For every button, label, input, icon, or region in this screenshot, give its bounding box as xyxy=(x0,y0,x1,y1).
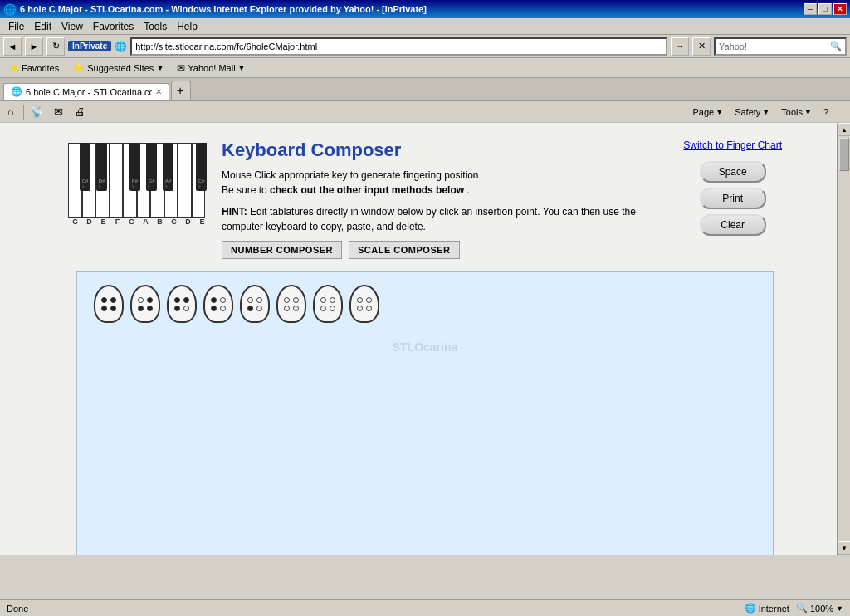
key-d2[interactable] xyxy=(178,143,192,218)
go-button[interactable]: → xyxy=(671,37,689,56)
home-button[interactable]: ⌂ xyxy=(0,101,22,123)
menu-file[interactable]: File xyxy=(3,19,29,34)
suggested-sites[interactable]: ⭐ Suggested Sites ▼ xyxy=(69,61,167,76)
close-button[interactable]: ✕ xyxy=(833,3,847,15)
scroll-up-button[interactable]: ▲ xyxy=(838,123,850,136)
help-button[interactable]: ? xyxy=(818,105,833,119)
stop-button[interactable]: ✕ xyxy=(692,37,711,56)
key-csharp[interactable]: C#♭ xyxy=(80,143,90,191)
clear-button[interactable]: Clear xyxy=(700,214,766,236)
scroll-thumb[interactable] xyxy=(839,138,849,171)
composer-section: C#♭ D#♭ F#♭ G#♭ A#♭ xyxy=(68,139,782,259)
hole-br-3 xyxy=(183,306,189,311)
hole-bl-8 xyxy=(357,306,363,311)
fingering-glyph-5[interactable] xyxy=(240,285,270,323)
hole-row-bot-6 xyxy=(284,306,299,311)
tools-menu[interactable]: Tools ▼ xyxy=(776,105,817,119)
hole-br-1 xyxy=(110,306,116,311)
scroll-down-button[interactable]: ▼ xyxy=(838,541,850,555)
menu-view[interactable]: View xyxy=(56,19,88,34)
window-icon: 🌐 xyxy=(3,3,17,16)
address-bar[interactable] xyxy=(130,37,667,56)
zone-label: Internet xyxy=(759,604,789,614)
new-tab-button[interactable]: + xyxy=(171,81,191,100)
switch-to-finger-chart[interactable]: Switch to Finger Chart xyxy=(683,139,782,151)
hole-row-top-2 xyxy=(138,297,153,303)
label-g: G xyxy=(125,218,139,226)
search-box[interactable]: Yahoo! 🔍 xyxy=(714,37,847,56)
key-c2sharp[interactable]: C#♭ xyxy=(196,143,207,191)
hole-tr-6 xyxy=(293,297,299,303)
vertical-scrollbar[interactable]: ▲ ▼ xyxy=(837,123,850,555)
hole-row-top-5 xyxy=(247,297,262,303)
suggested-sites-icon: ⭐ xyxy=(72,62,85,74)
refresh-button[interactable]: ↻ xyxy=(46,37,65,56)
minimize-button[interactable]: ─ xyxy=(804,3,817,15)
menu-edit[interactable]: Edit xyxy=(29,19,56,34)
email-button[interactable]: ✉ xyxy=(47,101,69,123)
hole-tl-7 xyxy=(320,297,326,303)
fingering-glyph-4[interactable] xyxy=(203,285,233,323)
hole-tl-8 xyxy=(357,297,363,303)
ocarina-body-6 xyxy=(276,285,306,323)
fingering-glyph-6[interactable] xyxy=(276,285,306,323)
composer-info: Keyboard Composer Mouse Click appropriat… xyxy=(222,139,667,259)
key-f[interactable] xyxy=(110,143,124,218)
active-tab[interactable]: 🌐 6 hole C Major - STLOcarina.com ✕ xyxy=(3,83,169,100)
fingering-glyph-8[interactable] xyxy=(349,285,379,323)
forward-button[interactable]: ► xyxy=(25,37,43,56)
tab-icon: 🌐 xyxy=(11,86,22,97)
key-asharp[interactable]: A#♭ xyxy=(163,143,173,191)
hole-tr-2 xyxy=(147,297,153,303)
feeds-button[interactable]: 📡 xyxy=(26,101,47,123)
page-menu[interactable]: Page ▼ xyxy=(688,105,729,119)
scale-composer-button[interactable]: SCALE COMPOSER xyxy=(349,241,460,259)
menu-tools[interactable]: Tools xyxy=(139,19,172,34)
internet-icon: 🌐 xyxy=(745,603,756,614)
favorites-button[interactable]: ★ Favorites xyxy=(7,61,62,76)
status-text: Done xyxy=(7,604,745,614)
toolbar-right: Page ▼ Safety ▼ Tools ▼ ? xyxy=(688,105,850,119)
number-composer-button[interactable]: NUMBER COMPOSER xyxy=(222,241,342,259)
hint-text: HINT: Edit tablatures directly in window… xyxy=(222,204,667,234)
print-button[interactable]: Print xyxy=(700,188,766,209)
tablature-area[interactable]: STLOcarina xyxy=(76,271,774,555)
favorites-label: Favorites xyxy=(22,63,59,73)
fingering-glyph-2[interactable] xyxy=(130,285,160,323)
label-e: E xyxy=(96,218,110,226)
label-d: D xyxy=(82,218,96,226)
back-button[interactable]: ◄ xyxy=(3,37,22,56)
ocarina-body-4 xyxy=(203,285,233,323)
yahoo-mail[interactable]: ✉ Yahoo! Mail ▼ xyxy=(173,61,248,76)
title-bar: 🌐 6 hole C Major - STLOcarina.com - Wind… xyxy=(0,0,850,18)
space-button[interactable]: Space xyxy=(700,161,766,183)
fingering-glyph-7[interactable] xyxy=(313,285,343,323)
piano-keyboard[interactable]: C#♭ D#♭ F#♭ G#♭ A#♭ xyxy=(68,143,205,226)
menu-help[interactable]: Help xyxy=(172,19,203,34)
key-fsharp[interactable]: F#♭ xyxy=(129,143,140,191)
webpage-inner: C#♭ D#♭ F#♭ G#♭ A#♭ xyxy=(51,131,799,555)
key-dsharp[interactable]: D#♭ xyxy=(96,143,107,191)
search-icon[interactable]: 🔍 xyxy=(830,41,842,51)
fingering-glyph-3[interactable] xyxy=(167,285,197,323)
hole-tr-7 xyxy=(330,297,335,303)
yahoo-mail-label: Yahoo! Mail xyxy=(188,63,235,73)
ocarina-body-5 xyxy=(240,285,270,323)
tab-close-button[interactable]: ✕ xyxy=(155,87,162,96)
ocarina-body-3 xyxy=(167,285,197,323)
maximize-button[interactable]: □ xyxy=(818,3,832,15)
hole-tl-6 xyxy=(284,297,290,303)
zoom-control[interactable]: 🔍 100% ▼ xyxy=(796,603,843,614)
menu-favorites[interactable]: Favorites xyxy=(88,19,139,34)
hole-row-top-8 xyxy=(357,297,372,303)
fingering-glyph-1[interactable] xyxy=(94,285,124,323)
hole-br-7 xyxy=(330,306,335,311)
composer-buttons: NUMBER COMPOSER SCALE COMPOSER xyxy=(222,241,667,259)
hole-tr-4 xyxy=(220,297,226,303)
print-button[interactable]: 🖨 xyxy=(69,101,90,123)
key-gsharp[interactable]: G#♭ xyxy=(146,143,157,191)
safety-menu[interactable]: Safety ▼ xyxy=(730,105,774,119)
zoom-chevron-icon: ▼ xyxy=(836,604,843,613)
hole-br-2 xyxy=(147,306,153,311)
address-input[interactable] xyxy=(135,42,662,51)
